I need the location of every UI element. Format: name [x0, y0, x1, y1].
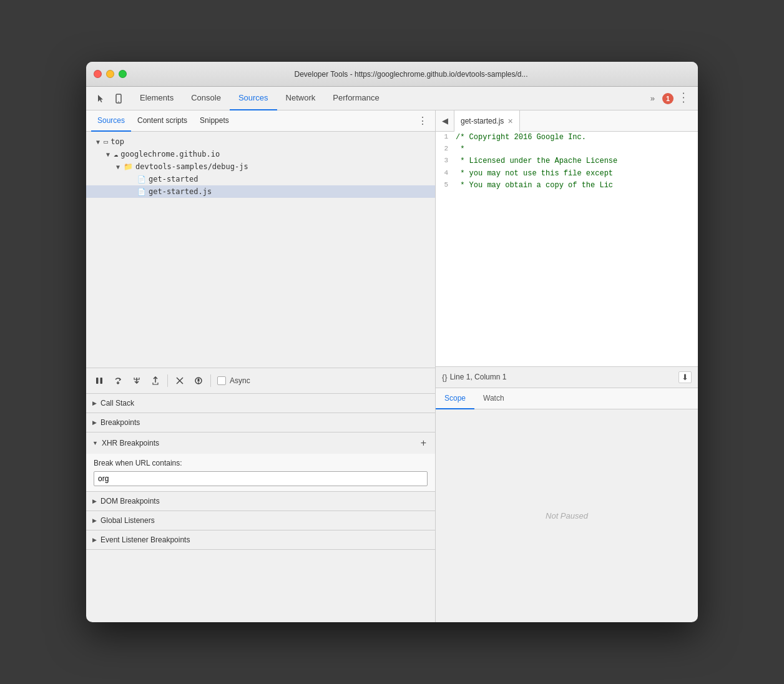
code-line-2: 2 *	[436, 144, 698, 155]
pause-exceptions-button[interactable]	[190, 373, 207, 389]
tab-performance[interactable]: Performance	[324, 87, 388, 110]
async-control: Async	[217, 376, 250, 385]
main-area: Sources Content scripts Snippets ⋮ ▼ ▭ t…	[86, 110, 698, 622]
title-bar: Developer Tools - https://googlechrome.g…	[86, 62, 698, 87]
tree-label-folder: devtools-samples/debug-js	[135, 162, 248, 171]
tab-bar-right: » 1 ···	[647, 91, 695, 105]
editor-tab-label: get-started.js	[461, 117, 504, 125]
toolbar-separator-1	[167, 374, 168, 387]
event-listener-breakpoints-section: ▶ Event Listener Breakpoints	[86, 530, 435, 550]
window-title: Developer Tools - https://googlechrome.g…	[132, 70, 690, 79]
line-num-3: 3	[436, 155, 456, 167]
tab-console[interactable]: Console	[182, 87, 230, 110]
watch-tab[interactable]: Watch	[474, 388, 513, 409]
editor-tab-close-button[interactable]: ×	[507, 117, 512, 125]
line-content-4: * you may not use this file except	[456, 168, 618, 180]
status-bar: {} Line 1, Column 1 ⬇	[436, 366, 698, 388]
sources-sub-tabs: Sources Content scripts Snippets ⋮	[86, 110, 435, 132]
more-tabs-button[interactable]: »	[647, 91, 659, 105]
sub-tab-snippets[interactable]: Snippets	[194, 110, 235, 132]
async-checkbox[interactable]	[217, 376, 226, 385]
scope-tab[interactable]: Scope	[436, 388, 474, 409]
file-tree: ▼ ▭ top ▼ ☁ googlechrome.github.io ▼ 📁 d…	[86, 132, 435, 368]
tree-item-domain[interactable]: ▼ ☁ googlechrome.github.io	[86, 148, 435, 160]
global-listeners-arrow: ▶	[92, 517, 97, 524]
xhr-add-button[interactable]: +	[418, 437, 429, 449]
tab-network[interactable]: Network	[277, 87, 325, 110]
folder-icon: 📁	[124, 162, 133, 171]
dom-breakpoints-title: DOM Breakpoints	[100, 497, 429, 506]
not-paused-message: Not Paused	[436, 409, 698, 623]
error-badge: 1	[662, 93, 674, 104]
tree-label-file-js: get-started.js	[149, 187, 212, 196]
editor-header: ◀ get-started.js ×	[436, 110, 698, 132]
line-content-2: *	[456, 144, 469, 155]
mobile-icon[interactable]	[111, 91, 126, 106]
async-label-text: Async	[230, 376, 250, 385]
breakpoints-header[interactable]: ▶ Breakpoints	[86, 413, 435, 432]
code-line-5: 5 * You may obtain a copy of the Lic	[436, 180, 698, 192]
deactivate-breakpoints-button[interactable]	[172, 373, 188, 389]
code-line-3: 3 * Licensed under the Apache License	[436, 155, 698, 167]
tab-elements[interactable]: Elements	[131, 87, 182, 110]
event-listener-breakpoints-header[interactable]: ▶ Event Listener Breakpoints	[86, 530, 435, 549]
call-stack-arrow: ▶	[92, 400, 97, 406]
tree-arrow-folder: ▼	[116, 164, 120, 170]
main-tabs: Elements Console Sources Network Perform…	[131, 87, 647, 110]
pause-button[interactable]	[91, 373, 107, 389]
xhr-breakpoints-header[interactable]: ▼ XHR Breakpoints +	[86, 432, 435, 454]
file-icon-html: 📄	[137, 175, 146, 183]
toolbar-separator-2	[210, 374, 211, 387]
step-into-button[interactable]	[129, 373, 145, 389]
tab-sources[interactable]: Sources	[230, 87, 277, 110]
cloud-icon: ☁	[114, 150, 118, 159]
sub-tabs-more-button[interactable]: ⋮	[415, 115, 430, 127]
editor-tab-get-started-js[interactable]: get-started.js ×	[454, 110, 520, 132]
tree-item-folder[interactable]: ▼ 📁 devtools-samples/debug-js	[86, 160, 435, 173]
debugger-toolbar: Async	[86, 368, 435, 394]
minimize-button[interactable]	[106, 70, 114, 78]
traffic-lights	[94, 70, 127, 78]
cursor-icon[interactable]	[94, 91, 109, 106]
svg-rect-7	[198, 379, 200, 382]
right-panel: ◀ get-started.js × 1 /* Copyright 2016 G…	[436, 110, 698, 622]
step-over-button[interactable]	[110, 373, 126, 389]
dom-breakpoints-arrow: ▶	[92, 498, 97, 504]
tab-bar-tools	[89, 91, 131, 106]
line-content-1: /* Copyright 2016 Google Inc.	[456, 132, 591, 144]
global-listeners-header[interactable]: ▶ Global Listeners	[86, 511, 435, 530]
dom-breakpoints-header[interactable]: ▶ DOM Breakpoints	[86, 492, 435, 511]
line-content-3: * Licensed under the Apache License	[456, 155, 622, 167]
tree-item-file-html[interactable]: 📄 get-started	[86, 173, 435, 185]
svg-rect-2	[96, 378, 99, 384]
tree-arrow-domain: ▼	[106, 151, 110, 158]
frame-icon: ▭	[104, 137, 108, 146]
tree-label-file-html: get-started	[149, 175, 198, 183]
menu-button[interactable]: ···	[677, 92, 690, 105]
code-editor[interactable]: 1 /* Copyright 2016 Google Inc. 2 * 3 * …	[436, 132, 698, 366]
tree-item-top[interactable]: ▼ ▭ top	[86, 135, 435, 148]
code-line-1: 1 /* Copyright 2016 Google Inc.	[436, 132, 698, 144]
call-stack-section: ▶ Call Stack	[86, 394, 435, 413]
line-num-2: 2	[436, 144, 456, 155]
svg-point-1	[118, 101, 119, 102]
step-out-button[interactable]	[147, 373, 164, 389]
format-button[interactable]: ⬇	[679, 371, 692, 383]
svg-rect-3	[100, 378, 103, 384]
xhr-url-input[interactable]	[94, 471, 428, 486]
close-button[interactable]	[94, 70, 102, 78]
pretty-print-button[interactable]: {}	[442, 373, 448, 382]
sub-tab-sources[interactable]: Sources	[91, 110, 131, 132]
devtools-window: Developer Tools - https://googlechrome.g…	[86, 62, 698, 622]
global-listeners-title: Global Listeners	[100, 516, 429, 525]
line-num-4: 4	[436, 168, 456, 180]
svg-point-8	[198, 383, 199, 384]
sub-tab-content-scripts[interactable]: Content scripts	[131, 110, 194, 132]
tree-item-file-js[interactable]: 📄 get-started.js	[86, 185, 435, 198]
maximize-button[interactable]	[119, 70, 127, 78]
call-stack-header[interactable]: ▶ Call Stack	[86, 394, 435, 413]
xhr-breakpoints-title: XHR Breakpoints	[102, 439, 414, 447]
tree-label-top: top	[110, 137, 124, 146]
xhr-breakpoints-section: ▼ XHR Breakpoints + Break when URL conta…	[86, 432, 435, 492]
collapse-sidebar-button[interactable]: ◀	[436, 110, 454, 132]
